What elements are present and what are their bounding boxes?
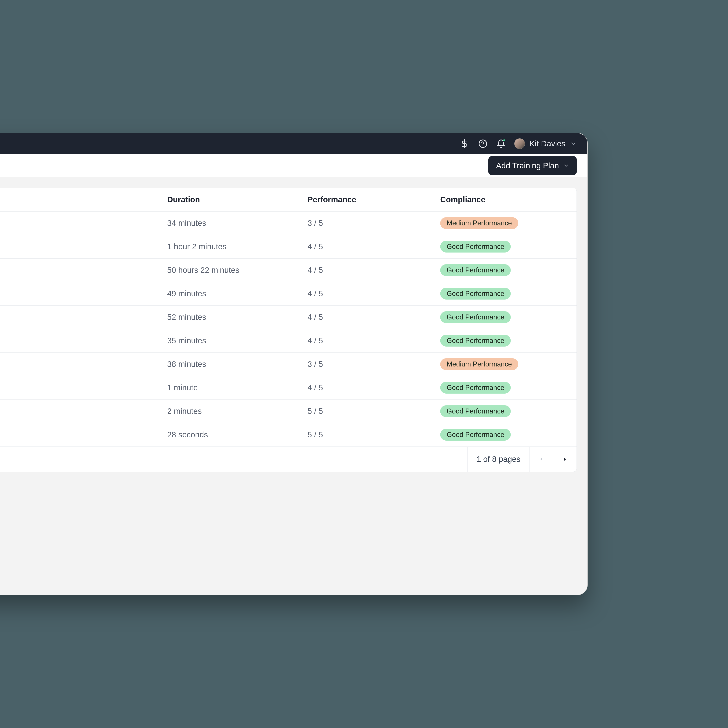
topbar: Kit Davies: [0, 133, 587, 154]
table-row[interactable]: 28 seconds5 / 5Good Performance: [0, 423, 577, 447]
compliance-badge: Medium Performance: [440, 358, 518, 370]
table-row[interactable]: 52 minutes4 / 5Good Performance: [0, 306, 577, 329]
compliance-badge: Good Performance: [440, 335, 511, 347]
cell-duration: 38 minutes: [160, 352, 300, 376]
training-table: t Duration Performance Compliance 34 min…: [0, 188, 577, 447]
pagination-prev-button[interactable]: [529, 447, 553, 472]
table-row[interactable]: 50 hours 22 minutes4 / 5Good Performance: [0, 258, 577, 282]
cell-performance: 4 / 5: [300, 235, 433, 258]
cell-first: [0, 352, 160, 376]
cell-compliance: Good Performance: [433, 282, 577, 306]
subbar: ans Add Training Plan: [0, 154, 587, 177]
cell-performance: 4 / 5: [300, 306, 433, 329]
table-row[interactable]: 1 hour 2 minutes4 / 5Good Performance: [0, 235, 577, 258]
compliance-badge: Good Performance: [440, 382, 511, 393]
cell-compliance: Good Performance: [433, 306, 577, 329]
cell-duration: 52 minutes: [160, 306, 300, 329]
help-icon[interactable]: [478, 139, 488, 148]
pagination-label: 1 of 8 pages: [467, 447, 529, 472]
cell-first: [0, 258, 160, 282]
cell-compliance: Good Performance: [433, 329, 577, 352]
cell-compliance: Medium Performance: [433, 352, 577, 376]
pagination: 1 of 8 pages: [0, 447, 577, 472]
table-row[interactable]: 35 minutes4 / 5Good Performance: [0, 329, 577, 352]
cell-compliance: Good Performance: [433, 235, 577, 258]
cell-compliance: Good Performance: [433, 399, 577, 423]
table-header-row: t Duration Performance Compliance: [0, 188, 577, 211]
cell-compliance: Good Performance: [433, 423, 577, 447]
cell-duration: 1 hour 2 minutes: [160, 235, 300, 258]
col-header-first[interactable]: t: [0, 188, 160, 211]
svg-point-2: [483, 145, 483, 146]
content: t Duration Performance Compliance 34 min…: [0, 177, 587, 472]
cell-first: [0, 329, 160, 352]
avatar: [514, 138, 525, 149]
compliance-badge: Good Performance: [440, 264, 511, 276]
cell-first: [0, 399, 160, 423]
cell-duration: 28 seconds: [160, 423, 300, 447]
cell-performance: 4 / 5: [300, 282, 433, 306]
add-training-plan-label: Add Training Plan: [496, 161, 559, 170]
chevron-down-icon: [570, 140, 577, 147]
cell-first: [0, 235, 160, 258]
compliance-badge: Medium Performance: [440, 217, 518, 229]
pagination-next-button[interactable]: [553, 447, 577, 472]
cell-first: [0, 306, 160, 329]
col-header-performance[interactable]: Performance: [300, 188, 433, 211]
cell-duration: 34 minutes: [160, 211, 300, 235]
cell-first: [0, 423, 160, 447]
compliance-badge: Good Performance: [440, 288, 511, 300]
col-header-duration[interactable]: Duration: [160, 188, 300, 211]
table-row[interactable]: 38 minutes3 / 5Medium Performance: [0, 352, 577, 376]
notifications-icon[interactable]: [496, 139, 506, 148]
dollar-icon[interactable]: [460, 139, 470, 148]
notification-dot: [503, 139, 506, 142]
cell-first: [0, 376, 160, 399]
add-training-plan-button[interactable]: Add Training Plan: [488, 156, 577, 175]
svg-marker-3: [540, 458, 542, 461]
cell-performance: 5 / 5: [300, 399, 433, 423]
cell-duration: 35 minutes: [160, 329, 300, 352]
col-header-compliance[interactable]: Compliance: [433, 188, 577, 211]
cell-first: [0, 282, 160, 306]
cell-compliance: Medium Performance: [433, 211, 577, 235]
table-card: t Duration Performance Compliance 34 min…: [0, 188, 577, 472]
user-name: Kit Davies: [529, 139, 565, 148]
table-row[interactable]: 1 minute4 / 5Good Performance: [0, 376, 577, 399]
cell-first: [0, 211, 160, 235]
cell-performance: 4 / 5: [300, 329, 433, 352]
chevron-down-icon: [563, 163, 569, 169]
cell-performance: 4 / 5: [300, 258, 433, 282]
table-row[interactable]: 2 minutes5 / 5Good Performance: [0, 399, 577, 423]
cell-duration: 1 minute: [160, 376, 300, 399]
cell-duration: 50 hours 22 minutes: [160, 258, 300, 282]
cell-performance: 4 / 5: [300, 376, 433, 399]
compliance-badge: Good Performance: [440, 241, 511, 252]
compliance-badge: Good Performance: [440, 429, 511, 440]
compliance-badge: Good Performance: [440, 405, 511, 417]
table-row[interactable]: 49 minutes4 / 5Good Performance: [0, 282, 577, 306]
cell-performance: 3 / 5: [300, 352, 433, 376]
table-row[interactable]: 34 minutes3 / 5Medium Performance: [0, 211, 577, 235]
cell-duration: 49 minutes: [160, 282, 300, 306]
svg-marker-4: [564, 458, 566, 461]
cell-performance: 5 / 5: [300, 423, 433, 447]
cell-compliance: Good Performance: [433, 376, 577, 399]
cell-performance: 3 / 5: [300, 211, 433, 235]
compliance-badge: Good Performance: [440, 311, 511, 323]
user-menu[interactable]: Kit Davies: [514, 138, 577, 149]
app-window: Kit Davies ans Add Training Plan t Durat…: [0, 133, 588, 595]
cell-duration: 2 minutes: [160, 399, 300, 423]
cell-compliance: Good Performance: [433, 258, 577, 282]
